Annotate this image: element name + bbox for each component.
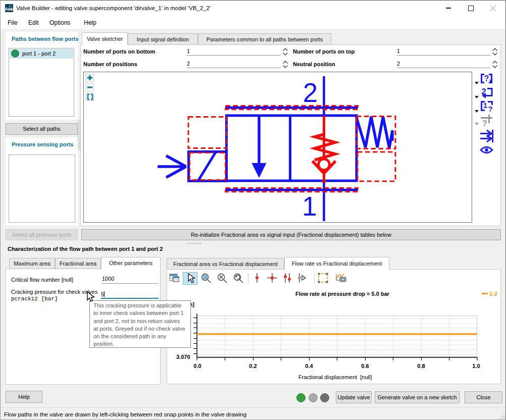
- svg-text:0.8: 0.8: [417, 363, 425, 369]
- svg-text:0.0: 0.0: [193, 363, 201, 369]
- svg-text:1.0: 1.0: [472, 363, 480, 369]
- svg-text:0.4: 0.4: [305, 363, 313, 369]
- svg-text:0.6: 0.6: [361, 363, 369, 369]
- svg-text:AME: AME: [5, 7, 13, 12]
- svg-text:2: 2: [303, 78, 318, 108]
- svg-text:?: ?: [484, 74, 489, 83]
- svg-text:?: ?: [488, 104, 492, 113]
- svg-text:0.2: 0.2: [249, 363, 257, 369]
- svg-text:1: 1: [302, 191, 317, 221]
- svg-text:1: 1: [483, 101, 487, 110]
- svg-text:?: ?: [482, 119, 487, 128]
